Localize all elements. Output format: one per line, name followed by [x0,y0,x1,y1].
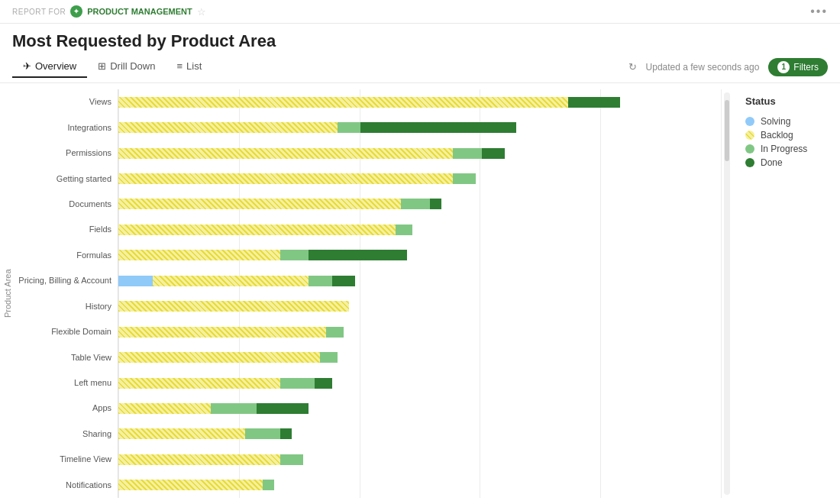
bar-segment-backlog[interactable] [118,327,326,338]
bar-segment-backlog[interactable] [118,97,568,108]
more-menu-icon[interactable]: ••• [810,5,828,18]
bar-segment-backlog[interactable] [118,225,396,235]
tab-list[interactable]: ≡ List [166,56,212,78]
bar-segment-done[interactable] [309,250,406,260]
nav-tabs: ✈ Overview ⊞ Drill Down ≡ List [12,56,212,78]
legend-dot-backlog [745,131,754,140]
legend-label-solving: Solving [761,116,790,127]
bar-segment-in-progress[interactable] [453,148,482,159]
bars-section: ViewsIntegrationsPermissionsGetting star… [18,89,733,498]
bar-segment-in-progress[interactable] [401,199,430,209]
bar-segment-backlog[interactable] [118,148,453,159]
bar-label: Left menu [18,379,111,387]
bar-segment-in-progress[interactable] [263,480,274,490]
bar-label: Permissions [18,149,111,157]
bar-segment-in-progress[interactable] [453,173,476,184]
bar-segment-backlog[interactable] [118,352,320,363]
y-axis-label: Product Area [0,89,18,498]
filters-label: Filters [793,62,819,73]
list-icon: ≡ [176,60,183,72]
bar-row [118,223,721,237]
bar-row [118,453,721,467]
bar-label: Table View [18,354,111,362]
bar-row [118,299,721,313]
bar-row [118,427,721,441]
bar-label: Formulas [18,251,111,260]
bar-segment-solving[interactable] [118,276,153,286]
bar-label: Integrations [18,124,111,132]
bar-segment-in-progress[interactable] [309,276,331,286]
bar-row [118,121,721,134]
legend-dot-solving [745,117,754,126]
bar-row [118,197,721,211]
scrollbar[interactable] [724,92,730,495]
bar-row [118,147,721,160]
refresh-icon[interactable]: ↻ [628,61,637,73]
bar-segment-in-progress[interactable] [211,403,257,414]
page-title: Most Requested by Product Area [0,24,840,51]
bar-segment-in-progress[interactable] [280,378,315,389]
bar-segment-in-progress[interactable] [396,225,413,235]
bar-segment-done[interactable] [430,199,441,209]
nav-bar: ✈ Overview ⊞ Drill Down ≡ List ↻ Updated… [0,51,840,83]
bar-label: Timeline View [18,455,111,464]
bar-row [118,351,721,364]
bar-segment-done[interactable] [482,148,505,159]
updated-text: Updated a few seconds ago [646,62,760,73]
bar-segment-backlog[interactable] [153,276,309,286]
overview-icon: ✈ [23,60,31,72]
brand-icon: ✦ [70,5,82,18]
bar-segment-in-progress[interactable] [280,454,303,465]
bar-segment-backlog[interactable] [118,173,453,184]
bar-segment-backlog[interactable] [118,122,338,133]
bar-row [118,376,721,390]
legend-label-backlog: Backlog [761,130,793,141]
brand-name: PRODUCT MANAGEMENT [87,7,192,16]
chart-content: ViewsIntegrationsPermissionsGetting star… [18,89,733,498]
bar-row [118,274,721,288]
filters-button[interactable]: 1 Filters [768,58,828,76]
bar-segment-backlog[interactable] [118,250,280,260]
bar-segment-done[interactable] [315,378,332,389]
bar-segment-backlog[interactable] [118,403,211,414]
chart-area: Product Area ViewsIntegrationsPermission… [0,83,840,504]
bar-segment-done[interactable] [280,428,292,439]
bar-segment-in-progress[interactable] [320,352,338,363]
star-icon[interactable]: ☆ [197,6,206,18]
grid-line [721,89,722,498]
bar-label: Flexible Domain [18,328,111,336]
bar-segment-in-progress[interactable] [326,327,344,338]
filters-count: 1 [777,61,790,73]
tab-overview[interactable]: ✈ Overview [12,56,87,78]
bar-segment-in-progress[interactable] [245,428,279,439]
bar-segment-done[interactable] [257,403,309,414]
bar-label: Apps [18,404,111,412]
legend-label-inprogress: In Progress [761,144,807,154]
bar-segment-done[interactable] [332,276,355,286]
bars-container [118,89,721,498]
scrollbar-thumb [725,100,729,161]
legend-dot-inprogress [745,144,754,153]
bar-segment-in-progress[interactable] [280,250,309,260]
legend-area: Status Solving Backlog In Progress Done [733,89,840,498]
bar-segment-backlog[interactable] [118,199,401,209]
bar-label: Pricing, Billing & Account [18,276,111,285]
legend-dot-done [745,158,754,167]
bar-row [118,248,721,262]
legend-item-backlog: Backlog [745,130,828,141]
bar-row [118,95,721,109]
bar-labels: ViewsIntegrationsPermissionsGetting star… [18,89,118,498]
app-container: REPORT FOR ✦ PRODUCT MANAGEMENT ☆ ••• Mo… [0,0,840,504]
bar-segment-backlog[interactable] [118,454,280,465]
bar-segment-in-progress[interactable] [338,122,360,133]
bar-segment-done[interactable] [360,122,516,133]
bar-segment-backlog[interactable] [118,378,280,389]
tab-drilldown[interactable]: ⊞ Drill Down [87,56,166,78]
bar-label: Views [18,98,111,106]
bar-segment-backlog[interactable] [118,301,349,312]
legend-item-inprogress: In Progress [745,144,828,154]
bar-segment-backlog[interactable] [118,428,245,439]
bar-segment-backlog[interactable] [118,480,263,490]
bar-label: History [18,302,111,311]
bar-segment-done[interactable] [568,97,620,108]
